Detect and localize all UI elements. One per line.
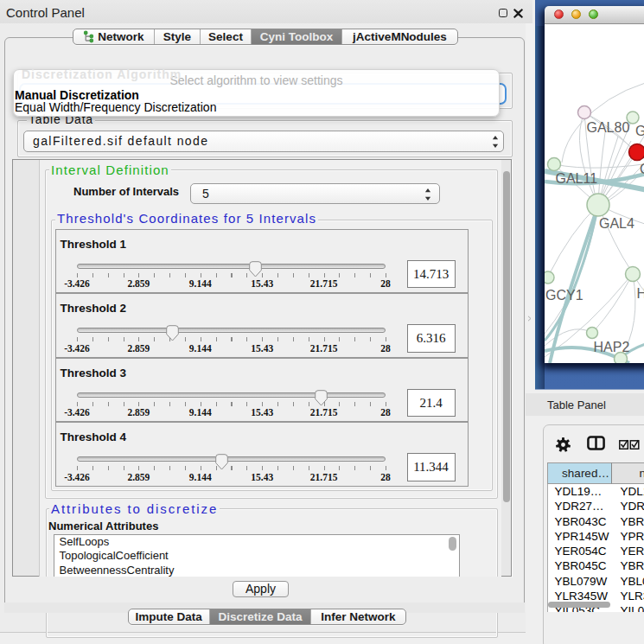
svg-text:GCY1: GCY1 — [545, 288, 583, 303]
svg-text:GAL11: GAL11 — [556, 171, 598, 186]
svg-text:GA: GA — [635, 124, 644, 138]
svg-text:GAL80: GAL80 — [587, 120, 630, 135]
svg-text:GAL4: GAL4 — [599, 216, 634, 231]
svg-text:C: C — [640, 162, 644, 176]
svg-text:H: H — [637, 286, 644, 301]
svg-text:HAP2: HAP2 — [594, 340, 630, 354]
